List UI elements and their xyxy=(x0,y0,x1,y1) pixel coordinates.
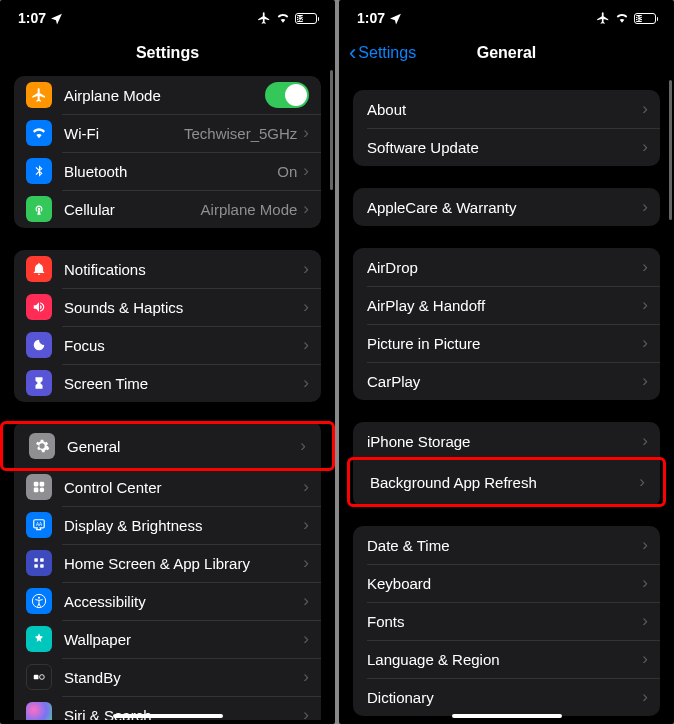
page-title: Settings xyxy=(136,44,199,62)
airplay-row[interactable]: AirPlay & Handoff › xyxy=(353,286,660,324)
general-group-storage: iPhone Storage › Background App Refresh … xyxy=(353,422,660,507)
general-group-airplay: AirDrop › AirPlay & Handoff › Picture in… xyxy=(353,248,660,400)
datetime-row[interactable]: Date & Time › xyxy=(353,526,660,564)
scroll-indicator[interactable] xyxy=(330,70,333,190)
row-label: Language & Region xyxy=(367,651,642,668)
scroll-indicator[interactable] xyxy=(669,80,672,220)
settings-group-connectivity: Airplane Mode Wi-Fi Techwiser_5GHz › Blu… xyxy=(14,76,321,228)
fonts-row[interactable]: Fonts › xyxy=(353,602,660,640)
chevron-right-icon: › xyxy=(303,297,309,317)
sounds-row[interactable]: Sounds & Haptics › xyxy=(14,288,321,326)
wallpaper-icon xyxy=(26,626,52,652)
pip-row[interactable]: Picture in Picture › xyxy=(353,324,660,362)
row-label: Focus xyxy=(64,337,303,354)
row-label: Airplane Mode xyxy=(64,87,265,104)
chevron-right-icon: › xyxy=(303,515,309,535)
row-label: Date & Time xyxy=(367,537,642,554)
chevron-right-icon: › xyxy=(642,611,648,631)
focus-row[interactable]: Focus › xyxy=(14,326,321,364)
row-label: AirDrop xyxy=(367,259,642,276)
row-value: On xyxy=(277,163,297,180)
airplane-icon xyxy=(26,82,52,108)
notifications-row[interactable]: Notifications › xyxy=(14,250,321,288)
general-group-locale: Date & Time › Keyboard › Fonts › Languag… xyxy=(353,526,660,716)
settings-screen: 1:07 32 Settings Airplane Mode Wi-Fi Tec… xyxy=(0,0,335,724)
bluetooth-row[interactable]: Bluetooth On › xyxy=(14,152,321,190)
screentime-row[interactable]: Screen Time › xyxy=(14,364,321,402)
back-button[interactable]: ‹ Settings xyxy=(349,40,416,66)
background-app-refresh-row[interactable]: Background App Refresh › xyxy=(356,463,657,501)
chevron-right-icon: › xyxy=(642,687,648,707)
cellular-row[interactable]: Cellular Airplane Mode › xyxy=(14,190,321,228)
standby-row[interactable]: StandBy › xyxy=(14,658,321,696)
chevron-right-icon: › xyxy=(642,197,648,217)
svg-rect-1 xyxy=(40,482,45,487)
chevron-right-icon: › xyxy=(303,199,309,219)
chevron-right-icon: › xyxy=(642,431,648,451)
display-row[interactable]: AA Display & Brightness › xyxy=(14,506,321,544)
row-label: StandBy xyxy=(64,669,303,686)
chevron-right-icon: › xyxy=(303,591,309,611)
focus-icon xyxy=(26,332,52,358)
svg-rect-7 xyxy=(34,564,38,568)
svg-rect-11 xyxy=(34,675,39,680)
siri-icon xyxy=(26,702,52,720)
language-row[interactable]: Language & Region › xyxy=(353,640,660,678)
row-label: AirPlay & Handoff xyxy=(367,297,642,314)
accessibility-row[interactable]: Accessibility › xyxy=(14,582,321,620)
row-label: Sounds & Haptics xyxy=(64,299,303,316)
row-label: Dictionary xyxy=(367,689,642,706)
applecare-row[interactable]: AppleCare & Warranty › xyxy=(353,188,660,226)
nav-header: Settings xyxy=(0,36,335,70)
about-row[interactable]: About › xyxy=(353,90,660,128)
wifi-icon xyxy=(276,11,290,25)
row-label: Bluetooth xyxy=(64,163,277,180)
chevron-right-icon: › xyxy=(303,373,309,393)
row-label: CarPlay xyxy=(367,373,642,390)
carplay-row[interactable]: CarPlay › xyxy=(353,362,660,400)
home-indicator[interactable] xyxy=(113,714,223,718)
svg-rect-8 xyxy=(40,564,44,568)
chevron-right-icon: › xyxy=(639,472,645,492)
row-label: Wallpaper xyxy=(64,631,303,648)
home-indicator[interactable] xyxy=(452,714,562,718)
airdrop-row[interactable]: AirDrop › xyxy=(353,248,660,286)
nav-header: ‹ Settings General xyxy=(339,36,674,70)
general-row[interactable]: General › xyxy=(17,427,318,465)
row-value: Techwiser_5GHz xyxy=(184,125,297,142)
row-label: Background App Refresh xyxy=(370,474,639,491)
battery-indicator: 33 xyxy=(634,13,656,24)
iphone-storage-row[interactable]: iPhone Storage › xyxy=(353,422,660,460)
status-bar: 1:07 32 xyxy=(0,0,335,36)
notifications-icon xyxy=(26,256,52,282)
general-screen: 1:07 33 ‹ Settings General About › Softw… xyxy=(339,0,674,724)
svg-point-3 xyxy=(40,488,45,493)
homescreen-row[interactable]: Home Screen & App Library › xyxy=(14,544,321,582)
keyboard-row[interactable]: Keyboard › xyxy=(353,564,660,602)
airplane-mode-row[interactable]: Airplane Mode xyxy=(14,76,321,114)
software-update-row[interactable]: Software Update › xyxy=(353,128,660,166)
wifi-row[interactable]: Wi-Fi Techwiser_5GHz › xyxy=(14,114,321,152)
settings-group-system: General › Control Center › AA Display & … xyxy=(14,421,321,720)
airplane-mode-icon xyxy=(596,11,610,25)
status-bar: 1:07 33 xyxy=(339,0,674,36)
dictionary-row[interactable]: Dictionary › xyxy=(353,678,660,716)
cellular-icon xyxy=(26,196,52,222)
airplane-toggle[interactable] xyxy=(265,82,309,108)
wifi-icon xyxy=(26,120,52,146)
row-label: Notifications xyxy=(64,261,303,278)
chevron-right-icon: › xyxy=(303,259,309,279)
gear-icon xyxy=(29,433,55,459)
row-label: iPhone Storage xyxy=(367,433,642,450)
row-label: Wi-Fi xyxy=(64,125,184,142)
row-label: Home Screen & App Library xyxy=(64,555,303,572)
standby-icon xyxy=(26,664,52,690)
chevron-right-icon: › xyxy=(642,573,648,593)
chevron-right-icon: › xyxy=(303,477,309,497)
screentime-icon xyxy=(26,370,52,396)
chevron-right-icon: › xyxy=(642,99,648,119)
controlcenter-row[interactable]: Control Center › xyxy=(14,468,321,506)
row-value: Airplane Mode xyxy=(201,201,298,218)
wallpaper-row[interactable]: Wallpaper › xyxy=(14,620,321,658)
chevron-right-icon: › xyxy=(300,436,306,456)
